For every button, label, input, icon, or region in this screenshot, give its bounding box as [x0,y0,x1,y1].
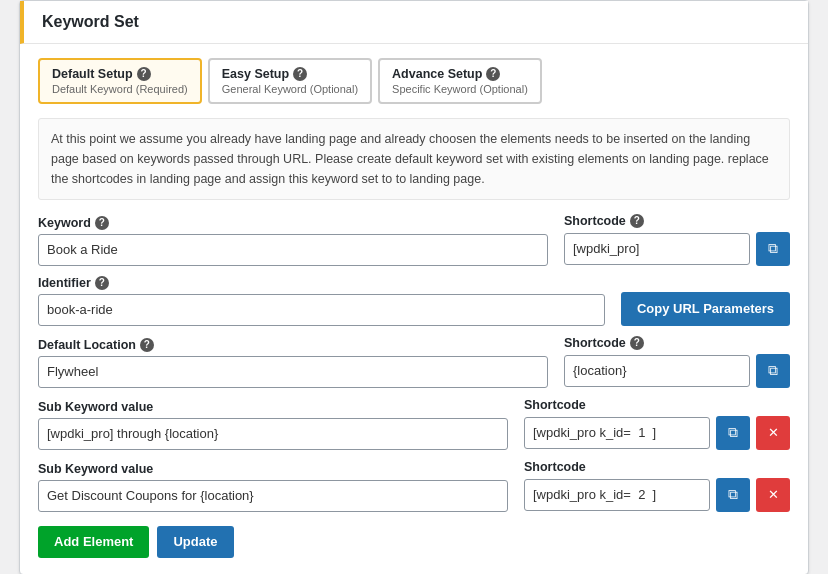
sub-keyword-rows: Sub Keyword value Shortcode Sub Keyword … [38,398,790,512]
keyword-label: Keyword ? [38,216,548,230]
tab-default-help-icon[interactable]: ? [137,67,151,81]
sub-shortcode-label-1: Shortcode [524,460,790,474]
panel-body: Default Setup ? Default Keyword (Require… [20,44,808,574]
panel-header: Keyword Set [20,1,808,44]
sub-keyword-row-0: Sub Keyword value Shortcode [38,398,790,450]
update-button[interactable]: Update [157,526,233,558]
shortcode-location-help-icon[interactable]: ? [630,336,644,350]
copy-sub-shortcode-button-1[interactable] [716,478,750,512]
identifier-help-icon[interactable]: ? [95,276,109,290]
keyword-shortcode-row: Keyword ? Shortcode ? [38,214,790,266]
copy-shortcode-keyword-button[interactable] [756,232,790,266]
sub-keyword-label-0: Sub Keyword value [38,400,508,414]
tab-advance-setup[interactable]: Advance Setup ? Specific Keyword (Option… [378,58,542,104]
copy-shortcode-location-button[interactable] [756,354,790,388]
location-shortcode-row: Default Location ? Shortcode ? [38,336,790,388]
footer-buttons: Add Element Update [38,526,790,558]
sub-shortcode-wrap-1 [524,478,790,512]
sub-keyword-input-1[interactable] [38,480,508,512]
shortcode-keyword-input[interactable] [564,233,750,265]
tab-advance-subtitle: Specific Keyword (Optional) [392,83,528,95]
copy-url-parameters-button[interactable]: Copy URL Parameters [621,292,790,326]
keyword-help-icon[interactable]: ? [95,216,109,230]
tab-default-title: Default Setup [52,67,133,81]
sub-shortcode-wrap-0 [524,416,790,450]
add-element-button[interactable]: Add Element [38,526,149,558]
shortcode-keyword-label: Shortcode ? [564,214,790,228]
copy-keyword-icon [768,240,778,257]
delete-sub-icon-1 [768,487,779,502]
default-location-help-icon[interactable]: ? [140,338,154,352]
tab-default-subtitle: Default Keyword (Required) [52,83,188,95]
sub-shortcode-group-1: Shortcode [524,460,790,512]
shortcode-location-label: Shortcode ? [564,336,790,350]
identifier-group: Identifier ? [38,276,605,326]
sub-shortcode-input-0[interactable] [524,417,710,449]
keyword-input[interactable] [38,234,548,266]
copy-sub-shortcode-button-0[interactable] [716,416,750,450]
tab-easy-title: Easy Setup [222,67,289,81]
shortcode-keyword-group: Shortcode ? [564,214,790,266]
identifier-row: Identifier ? Copy URL Parameters [38,276,790,326]
default-location-input[interactable] [38,356,548,388]
sub-shortcode-label-0: Shortcode [524,398,790,412]
sub-shortcode-group-0: Shortcode [524,398,790,450]
keyword-group: Keyword ? [38,216,548,266]
copy-sub-icon-0 [728,424,738,441]
sub-keyword-group-0: Sub Keyword value [38,400,508,450]
tab-easy-help-icon[interactable]: ? [293,67,307,81]
copy-location-icon [768,362,778,379]
default-location-label: Default Location ? [38,338,548,352]
tab-bar: Default Setup ? Default Keyword (Require… [38,58,790,104]
keyword-set-panel: Keyword Set Default Setup ? Default Keyw… [19,0,809,574]
sub-keyword-label-1: Sub Keyword value [38,462,508,476]
sub-keyword-input-0[interactable] [38,418,508,450]
shortcode-location-group: Shortcode ? [564,336,790,388]
delete-sub-icon-0 [768,425,779,440]
tab-advance-help-icon[interactable]: ? [486,67,500,81]
sub-keyword-group-1: Sub Keyword value [38,462,508,512]
default-location-group: Default Location ? [38,338,548,388]
panel-title: Keyword Set [42,13,790,31]
copy-sub-icon-1 [728,486,738,503]
copy-url-group: Copy URL Parameters [621,292,790,326]
identifier-label: Identifier ? [38,276,605,290]
delete-sub-row-button-0[interactable] [756,416,790,450]
description-text: At this point we assume you already have… [38,118,790,200]
shortcode-location-field-wrap [564,354,790,388]
tab-easy-subtitle: General Keyword (Optional) [222,83,358,95]
shortcode-keyword-field-wrap [564,232,790,266]
delete-sub-row-button-1[interactable] [756,478,790,512]
tab-advance-title: Advance Setup [392,67,482,81]
sub-shortcode-input-1[interactable] [524,479,710,511]
shortcode-location-input[interactable] [564,355,750,387]
shortcode-keyword-help-icon[interactable]: ? [630,214,644,228]
tab-default-setup[interactable]: Default Setup ? Default Keyword (Require… [38,58,202,104]
sub-keyword-row-1: Sub Keyword value Shortcode [38,460,790,512]
identifier-input[interactable] [38,294,605,326]
tab-easy-setup[interactable]: Easy Setup ? General Keyword (Optional) [208,58,372,104]
